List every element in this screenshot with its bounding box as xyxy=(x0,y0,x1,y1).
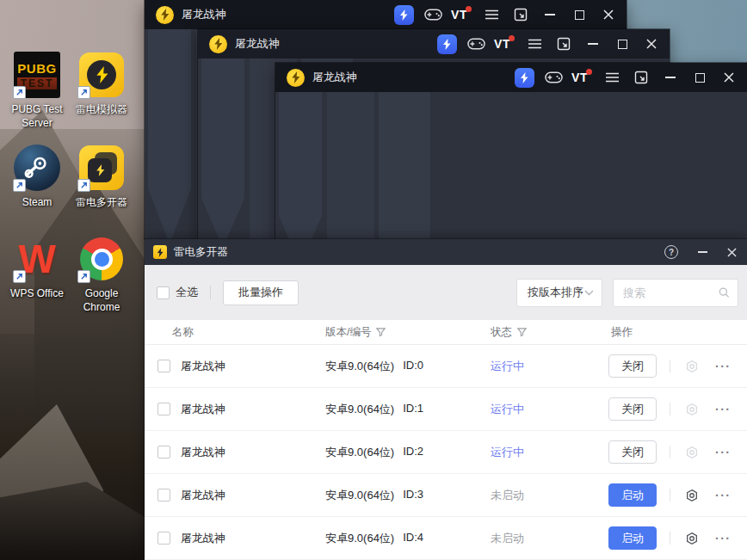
table-row: 屠龙战神 安卓9.0(64位)ID:2 运行中 关闭 ··· xyxy=(145,431,747,474)
select-all-checkbox[interactable] xyxy=(157,286,170,299)
desktop-icon-pubg-test-server[interactable]: PUBGTEST PUBG Test Server xyxy=(4,52,70,130)
maximize-button[interactable] xyxy=(565,0,594,29)
resize-icon[interactable] xyxy=(506,0,535,29)
instance-version: 安卓9.0(64位) xyxy=(325,531,394,546)
row-checkbox[interactable] xyxy=(157,489,170,502)
app-logo-icon xyxy=(156,6,174,24)
shortcut-arrow-icon xyxy=(77,270,90,283)
row-checkbox[interactable] xyxy=(157,532,170,545)
close-button[interactable] xyxy=(714,63,744,92)
gamepad-icon[interactable] xyxy=(418,0,448,29)
settings-gear-icon[interactable] xyxy=(685,403,699,416)
notification-dot xyxy=(586,69,592,75)
maximize-button[interactable] xyxy=(685,63,714,92)
resize-icon[interactable] xyxy=(549,29,578,58)
start-button[interactable]: 启动 xyxy=(608,483,657,507)
more-menu-icon[interactable]: ··· xyxy=(715,446,732,459)
boost-icon[interactable] xyxy=(432,29,461,58)
boost-icon[interactable] xyxy=(509,63,539,92)
vt-indicator[interactable]: VT xyxy=(491,29,520,58)
app-logo-icon xyxy=(287,69,305,87)
settings-gear-icon[interactable] xyxy=(685,446,699,459)
instance-version: 安卓9.0(64位) xyxy=(325,359,394,374)
instance-version: 安卓9.0(64位) xyxy=(325,445,394,460)
close-button[interactable] xyxy=(727,248,737,257)
start-button[interactable]: 启动 xyxy=(608,526,657,550)
instance-version: 安卓9.0(64位) xyxy=(325,402,394,417)
sort-dropdown[interactable]: 按版本排序 xyxy=(516,279,602,307)
more-menu-icon[interactable]: ··· xyxy=(715,532,732,545)
emulator-titlebar[interactable]: 屠龙战神 VT xyxy=(275,63,747,92)
menu-icon[interactable] xyxy=(477,0,506,29)
help-icon[interactable]: ? xyxy=(664,245,678,259)
emulator-viewport xyxy=(275,92,747,239)
minimize-button[interactable] xyxy=(535,0,565,29)
manager-titlebar[interactable]: 雷电多开器 ? xyxy=(145,239,747,265)
stop-button[interactable]: 关闭 xyxy=(608,440,657,464)
manager-title: 雷电多开器 xyxy=(174,245,228,260)
maximize-button[interactable] xyxy=(608,29,637,58)
instance-name: 屠龙战神 xyxy=(181,488,325,503)
pubg-icon: PUBGTEST xyxy=(14,52,60,98)
vt-indicator[interactable]: VT xyxy=(568,63,597,92)
resize-icon[interactable] xyxy=(627,63,656,92)
menu-icon[interactable] xyxy=(597,63,627,92)
desktop-icon-ld-multiplayer[interactable]: 雷电多开器 xyxy=(69,145,134,209)
gamepad-icon[interactable] xyxy=(461,29,491,58)
more-menu-icon[interactable]: ··· xyxy=(715,360,732,373)
desktop-icon-label: Google Chrome xyxy=(69,286,134,314)
row-divider xyxy=(670,446,670,458)
stop-button[interactable]: 关闭 xyxy=(608,397,657,421)
chevron-down-icon xyxy=(584,290,594,296)
desktop-icon-google-chrome[interactable]: Google Chrome xyxy=(69,236,134,314)
batch-operations-button[interactable]: 批量操作 xyxy=(223,280,299,305)
search-box[interactable] xyxy=(613,279,738,307)
vt-indicator[interactable]: VT xyxy=(448,0,477,29)
notification-dot xyxy=(509,35,515,41)
minimize-button[interactable] xyxy=(656,63,685,92)
close-button[interactable] xyxy=(594,0,623,29)
ldplayer-icon xyxy=(78,52,125,98)
header-name: 名称 xyxy=(172,325,325,340)
manager-logo-icon xyxy=(153,245,167,259)
emulator-titlebar[interactable]: 屠龙战神 VT xyxy=(145,0,627,29)
shortcut-arrow-icon xyxy=(13,270,26,283)
desktop-icon-steam[interactable]: Steam xyxy=(4,145,70,209)
settings-gear-icon[interactable] xyxy=(685,489,699,502)
close-button[interactable] xyxy=(637,29,666,58)
app-logo-icon xyxy=(209,35,227,53)
shortcut-arrow-icon xyxy=(77,86,90,99)
header-version: 版本/编号 xyxy=(325,325,371,340)
desktop-icon-ldplayer[interactable]: 雷电模拟器 xyxy=(69,52,134,116)
row-checkbox[interactable] xyxy=(157,403,170,415)
desktop-icon-label: Steam xyxy=(22,195,52,209)
instance-id: ID:1 xyxy=(403,402,423,417)
emulator-titlebar[interactable]: 屠龙战神 VT xyxy=(198,29,670,58)
header-status: 状态 xyxy=(491,325,512,340)
wps-icon: W xyxy=(14,236,60,282)
row-checkbox[interactable] xyxy=(157,360,170,372)
filter-icon[interactable] xyxy=(376,328,386,337)
desktop-icon-wps-office[interactable]: W WPS Office xyxy=(4,236,70,300)
pubg-logo-text: PUBG xyxy=(17,61,56,76)
filter-icon[interactable] xyxy=(517,328,527,337)
instance-id: ID:0 xyxy=(403,359,423,374)
gamepad-icon[interactable] xyxy=(539,63,568,92)
minimize-button[interactable] xyxy=(578,29,608,58)
boost-icon[interactable] xyxy=(389,0,418,29)
settings-gear-icon[interactable] xyxy=(685,532,699,545)
select-all-label: 全选 xyxy=(176,285,198,300)
sort-dropdown-value: 按版本排序 xyxy=(528,285,583,300)
instance-name: 屠龙战神 xyxy=(181,402,325,417)
toolbar-divider xyxy=(210,286,211,299)
more-menu-icon[interactable]: ··· xyxy=(715,403,732,416)
window-title: 屠龙战神 xyxy=(235,36,280,52)
minimize-button[interactable] xyxy=(698,251,707,253)
menu-icon[interactable] xyxy=(520,29,549,58)
search-input[interactable] xyxy=(623,286,719,299)
settings-gear-icon[interactable] xyxy=(685,360,699,373)
stop-button[interactable]: 关闭 xyxy=(608,354,657,378)
status-badge: 未启动 xyxy=(491,531,608,546)
row-checkbox[interactable] xyxy=(157,446,170,458)
more-menu-icon[interactable]: ··· xyxy=(715,489,732,502)
